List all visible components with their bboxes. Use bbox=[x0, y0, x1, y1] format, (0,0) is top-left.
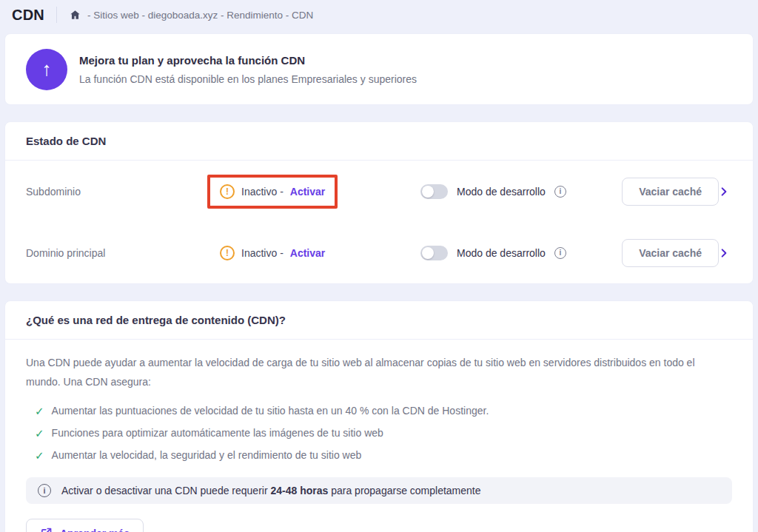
status-inline: ! Inactivo - Activar bbox=[207, 236, 338, 270]
chevron-right-icon[interactable] bbox=[719, 248, 729, 258]
learn-more-button[interactable]: Aprender más bbox=[26, 519, 144, 532]
dev-mode-toggle[interactable] bbox=[420, 246, 448, 260]
dev-mode-toggle[interactable] bbox=[420, 184, 448, 199]
info-glyph: i bbox=[43, 486, 45, 495]
status-cell: ! Inactivo - Activar bbox=[207, 175, 406, 209]
row-label-subdomain: Subdominio bbox=[26, 186, 207, 198]
page-title: CDN bbox=[12, 7, 44, 24]
upgrade-banner-text: Mejora tu plan y aprovecha la función CD… bbox=[79, 54, 417, 85]
check-icon: ✓ bbox=[35, 405, 44, 418]
activate-link[interactable]: Activar bbox=[290, 247, 325, 259]
home-icon[interactable] bbox=[69, 9, 81, 21]
learn-more-label: Aprender más bbox=[60, 528, 130, 532]
cdn-status-card: Estado de CDN Subdominio ! Inactivo - Ac… bbox=[4, 121, 754, 284]
upgrade-banner: ↑ Mejora tu plan y aprovecha la función … bbox=[4, 33, 754, 105]
dev-mode-cell: Modo de desarrollo i bbox=[406, 246, 622, 260]
check-icon: ✓ bbox=[35, 449, 44, 462]
upgrade-banner-subtitle: La función CDN está disponible en los pl… bbox=[79, 73, 417, 85]
breadcrumb-text: - Sitios web - diegoboada.xyz - Rendimie… bbox=[87, 10, 313, 21]
benefit-item: ✓ Aumentar la velocidad, la seguridad y … bbox=[26, 445, 732, 467]
toggle-knob bbox=[422, 186, 434, 198]
warning-icon: ! bbox=[220, 246, 235, 260]
benefit-text: Aumentar la velocidad, la seguridad y el… bbox=[52, 449, 362, 461]
cdn-info-card: ¿Qué es una red de entrega de contenido … bbox=[4, 300, 754, 532]
dev-mode-label: Modo de desarrollo bbox=[457, 247, 546, 259]
info-card-title: ¿Qué es una red de entrega de contenido … bbox=[5, 301, 753, 340]
check-icon: ✓ bbox=[35, 427, 44, 440]
info-card-body: Una CDN puede ayudar a aumentar la veloc… bbox=[5, 340, 753, 532]
toggle-knob bbox=[422, 247, 434, 259]
chevron-right-icon[interactable] bbox=[719, 186, 729, 197]
status-text: Inactivo - bbox=[241, 186, 284, 198]
warning-icon: ! bbox=[220, 184, 235, 199]
status-row-subdomain: Subdominio ! Inactivo - Activar Modo de … bbox=[5, 161, 753, 222]
info-glyph: i bbox=[559, 249, 561, 257]
benefits-list: ✓ Aumentar las puntuaciones de velocidad… bbox=[26, 400, 732, 467]
external-link-icon bbox=[40, 527, 53, 532]
upgrade-banner-title: Mejora tu plan y aprovecha la función CD… bbox=[79, 54, 417, 67]
clear-cache-button[interactable]: Vaciar caché bbox=[622, 239, 719, 267]
status-text: Inactivo - bbox=[241, 247, 284, 259]
header-divider bbox=[56, 7, 57, 23]
cdn-page: CDN - Sitios web - diegoboada.xyz - Rend… bbox=[0, 0, 758, 532]
propagation-note: i Activar o desactivar una CDN puede req… bbox=[26, 477, 732, 504]
info-glyph: i bbox=[559, 187, 561, 195]
up-arrow-glyph: ↑ bbox=[42, 58, 52, 81]
dev-mode-label: Modo de desarrollo bbox=[457, 186, 546, 198]
dev-mode-cell: Modo de desarrollo i bbox=[406, 184, 622, 199]
note-text: Activar o desactivar una CDN puede reque… bbox=[61, 485, 481, 496]
status-card-title: Estado de CDN bbox=[5, 122, 753, 161]
info-icon: i bbox=[38, 484, 51, 497]
info-icon[interactable]: i bbox=[554, 247, 566, 259]
upgrade-arrow-icon: ↑ bbox=[26, 49, 67, 90]
benefit-text: Funciones para optimizar automáticamente… bbox=[52, 427, 383, 439]
warning-glyph: ! bbox=[226, 186, 229, 197]
warning-glyph: ! bbox=[226, 248, 229, 258]
status-cell: ! Inactivo - Activar bbox=[207, 236, 406, 270]
row-label-main-domain: Dominio principal bbox=[26, 247, 207, 259]
cdn-description: Una CDN puede ayudar a aumentar la veloc… bbox=[26, 353, 732, 391]
status-row-main-domain: Dominio principal ! Inactivo - Activar M… bbox=[5, 222, 753, 283]
info-icon[interactable]: i bbox=[554, 186, 566, 198]
annotation-highlight-box: ! Inactivo - Activar bbox=[207, 175, 338, 209]
activate-link[interactable]: Activar bbox=[290, 186, 325, 198]
note-duration: 24-48 horas bbox=[270, 485, 328, 496]
breadcrumb: - Sitios web - diegoboada.xyz - Rendimie… bbox=[69, 9, 313, 21]
clear-cache-button[interactable]: Vaciar caché bbox=[622, 178, 719, 206]
page-header: CDN - Sitios web - diegoboada.xyz - Rend… bbox=[4, 0, 754, 30]
benefit-item: ✓ Aumentar las puntuaciones de velocidad… bbox=[26, 400, 732, 422]
benefit-text: Aumentar las puntuaciones de velocidad d… bbox=[52, 405, 489, 417]
benefit-item: ✓ Funciones para optimizar automáticamen… bbox=[26, 422, 732, 445]
